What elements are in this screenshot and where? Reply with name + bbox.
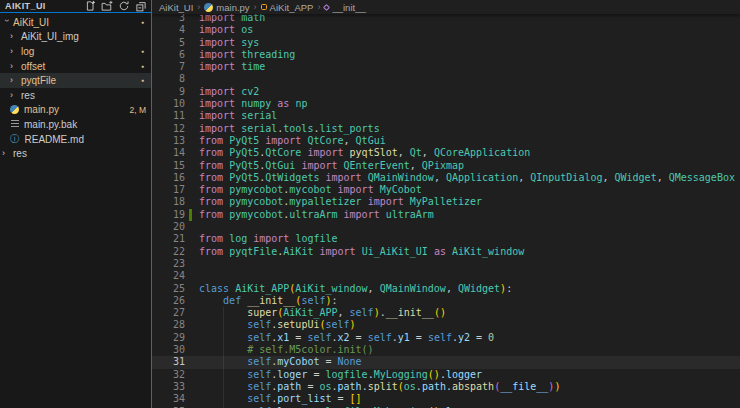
line-number[interactable]: 33 bbox=[152, 381, 185, 393]
code-token: MyCobot bbox=[380, 184, 422, 195]
code-line-24[interactable]: 24 bbox=[152, 270, 740, 282]
code-line-32[interactable]: 32 self.loger = logfile.MyLogging().logg… bbox=[152, 369, 740, 381]
code-line-7[interactable]: 7import time bbox=[152, 61, 740, 73]
line-number[interactable]: 9 bbox=[152, 86, 185, 98]
code-line-17[interactable]: 17from pymycobot.mycobot import MyCobot bbox=[152, 184, 740, 196]
code-line-27[interactable]: 27 super(AiKit_APP, self).__init__() bbox=[152, 307, 740, 319]
code-token: def bbox=[223, 295, 241, 306]
line-number[interactable]: 20 bbox=[152, 221, 185, 233]
code-line-4[interactable]: 4import os bbox=[152, 24, 740, 36]
code-line-12[interactable]: 12import serial.tools.list_ports bbox=[152, 123, 740, 135]
code-line-13[interactable]: 13from PyQt5 import QtCore, QtGui bbox=[152, 135, 740, 147]
code-line-20[interactable]: 20 bbox=[152, 221, 740, 233]
line-number[interactable]: 23 bbox=[152, 258, 185, 270]
tree-item-main-py-bak[interactable]: main.py.bak bbox=[0, 117, 151, 132]
breadcrumb-item[interactable]: main.py bbox=[216, 2, 249, 13]
line-number[interactable]: 26 bbox=[152, 295, 185, 307]
code-token: self bbox=[247, 381, 271, 392]
code-line-9[interactable]: 9import cv2 bbox=[152, 86, 740, 98]
code-line-19[interactable]: 19from pymycobot.ultraArm import ultraAr… bbox=[152, 209, 740, 221]
tree-item-offset[interactable]: ›offset● bbox=[0, 59, 151, 74]
line-number[interactable]: 12 bbox=[152, 123, 185, 135]
code-line-31[interactable]: 31 self.myCobot = None bbox=[152, 356, 740, 368]
line-number[interactable]: 21 bbox=[152, 233, 185, 245]
code-line-22[interactable]: 22from pyqtFile.AiKit import Ui_AiKit_UI… bbox=[152, 246, 740, 258]
code-line-21[interactable]: 21from log import logfile bbox=[152, 233, 740, 245]
code-line-11[interactable]: 11import serial bbox=[152, 110, 740, 122]
code-line-18[interactable]: 18from pymycobot.mypalletizer import MyP… bbox=[152, 196, 740, 208]
code-line-28[interactable]: 28 self.setupUi(self) bbox=[152, 319, 740, 331]
new-file-icon[interactable] bbox=[84, 0, 96, 12]
tree-item-readme-md[interactable]: ⓘREADME.md bbox=[0, 132, 151, 147]
line-number[interactable]: 24 bbox=[152, 270, 185, 282]
code-token: import bbox=[199, 61, 235, 72]
code-line-16[interactable]: 16from PyQt5.QtWidgets import QMainWindo… bbox=[152, 172, 740, 184]
code-line-23[interactable]: 23 bbox=[152, 258, 740, 270]
code-token: = bbox=[319, 356, 337, 367]
tree-item-res[interactable]: ›res bbox=[0, 146, 151, 161]
code-token: , bbox=[344, 135, 356, 146]
line-number[interactable]: 28 bbox=[152, 319, 185, 331]
line-number[interactable]: 6 bbox=[152, 49, 185, 61]
code-line-34[interactable]: 34 self.port_list = [] bbox=[152, 393, 740, 405]
tree-item-label: AiKit_UI_img bbox=[21, 31, 79, 42]
indent-guide bbox=[223, 307, 224, 319]
line-number[interactable]: 5 bbox=[152, 37, 185, 49]
line-number[interactable]: 27 bbox=[152, 307, 185, 319]
refresh-icon[interactable] bbox=[118, 0, 130, 12]
code-token: import bbox=[199, 86, 235, 97]
line-number[interactable]: 13 bbox=[152, 135, 185, 147]
code-token: self bbox=[247, 356, 271, 367]
code-line-text: import serial bbox=[185, 110, 277, 122]
code-editor[interactable]: 3import math4import os5import sys6import… bbox=[152, 12, 740, 408]
code-line-10[interactable]: 10import numpy as np bbox=[152, 98, 740, 110]
code-token: class bbox=[199, 283, 229, 294]
code-line-25[interactable]: 25class AiKit_APP(AiKit_window, QMainWin… bbox=[152, 283, 740, 295]
code-line-26[interactable]: 26 def __init__(self): bbox=[152, 295, 740, 307]
new-folder-icon[interactable] bbox=[101, 0, 113, 12]
code-line-8[interactable]: 8 bbox=[152, 73, 740, 85]
code-line-text: import serial.tools.list_ports bbox=[185, 123, 380, 135]
line-number[interactable]: 10 bbox=[152, 98, 185, 110]
line-number[interactable]: 14 bbox=[152, 147, 185, 159]
line-number[interactable]: 17 bbox=[152, 184, 185, 196]
line-number[interactable]: 11 bbox=[152, 110, 185, 122]
line-number[interactable]: 25 bbox=[152, 283, 185, 295]
collapse-all-icon[interactable] bbox=[135, 0, 147, 12]
code-line-30[interactable]: 30 # self.M5color.init() bbox=[152, 344, 740, 356]
tree-item-pyqtfile[interactable]: ›pyqtFile● bbox=[0, 73, 151, 88]
line-number[interactable]: 16 bbox=[152, 172, 185, 184]
line-number[interactable]: 31 bbox=[152, 356, 185, 368]
tree-item-main-py[interactable]: main.py2, M bbox=[0, 103, 151, 118]
code-token: as bbox=[277, 98, 289, 109]
line-number[interactable]: 15 bbox=[152, 160, 185, 172]
line-number[interactable]: 4 bbox=[152, 24, 185, 36]
line-number[interactable]: 34 bbox=[152, 393, 185, 405]
line-number[interactable]: 8 bbox=[152, 73, 185, 85]
code-line-15[interactable]: 15from PyQt5.QtGui import QEnterEvent, Q… bbox=[152, 160, 740, 172]
tree-item-aikit-ui[interactable]: ›AiKit_UI● bbox=[0, 15, 151, 30]
line-number[interactable]: 29 bbox=[152, 332, 185, 344]
explorer-section-title[interactable]: AIKIT_UI bbox=[5, 1, 46, 11]
code-line-6[interactable]: 6import threading bbox=[152, 49, 740, 61]
line-number[interactable]: 19 bbox=[152, 209, 185, 221]
code-line-14[interactable]: 14from PyQt5.QtCore import pyqtSlot, Qt,… bbox=[152, 147, 740, 159]
tree-item-log[interactable]: ›log● bbox=[0, 44, 151, 59]
line-number[interactable]: 7 bbox=[152, 61, 185, 73]
breadcrumb-item[interactable]: AiKit_UI bbox=[159, 2, 193, 13]
code-line-33[interactable]: 33 self.path = os.path.split(os.path.abs… bbox=[152, 381, 740, 393]
code-token: logfile bbox=[325, 369, 367, 380]
code-line-5[interactable]: 5import sys bbox=[152, 37, 740, 49]
tree-item-aikit-ui-img[interactable]: ›AiKit_UI_img bbox=[0, 30, 151, 45]
line-number[interactable]: 18 bbox=[152, 196, 185, 208]
code-token: numpy bbox=[241, 98, 271, 109]
code-token: pyqtFile bbox=[229, 246, 277, 257]
code-line-29[interactable]: 29 self.x1 = self.x2 = self.y1 = self.y2… bbox=[152, 332, 740, 344]
tree-item-res[interactable]: ›res bbox=[0, 88, 151, 103]
line-number[interactable]: 30 bbox=[152, 344, 185, 356]
breadcrumb-item[interactable]: AiKit_APP bbox=[270, 2, 314, 13]
line-number[interactable]: 32 bbox=[152, 369, 185, 381]
line-number[interactable]: 22 bbox=[152, 246, 185, 258]
breadcrumb-item[interactable]: __init__ bbox=[332, 2, 365, 13]
code-token: , bbox=[434, 172, 446, 183]
